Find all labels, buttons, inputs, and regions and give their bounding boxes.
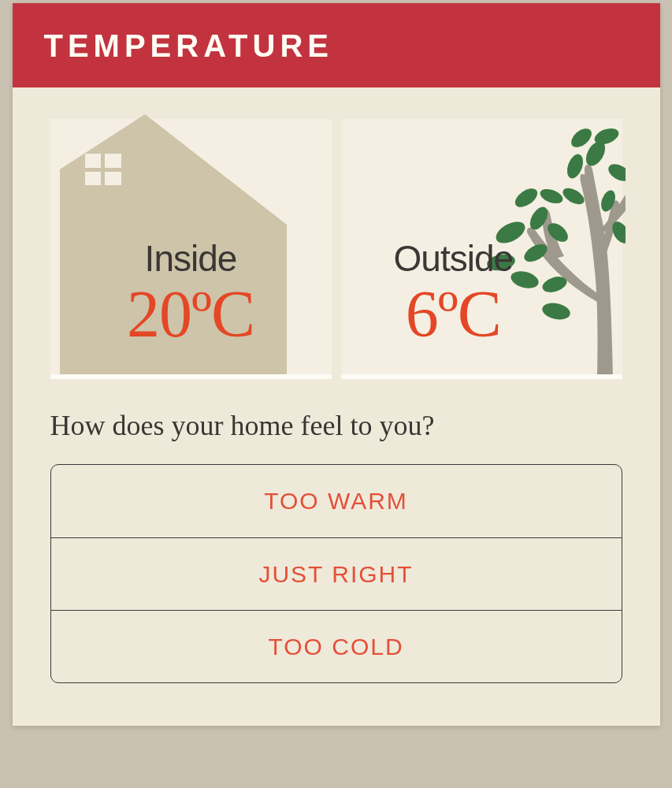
options-group: TOO WARM JUST RIGHT TOO COLD [50, 464, 622, 683]
inside-panel: Inside 20ºC [50, 119, 332, 379]
option-too-cold[interactable]: TOO COLD [51, 610, 622, 682]
outside-panel: Outside 6ºC [341, 119, 622, 379]
question-section: How does your home feel to you? TOO WARM… [13, 401, 660, 726]
svg-rect-3 [85, 168, 121, 172]
inside-labels: Inside 20ºC [127, 237, 254, 349]
temperature-card: TEMPERATURE Inside 20ºC [13, 3, 660, 726]
option-too-warm[interactable]: TOO WARM [51, 465, 622, 537]
outside-temp-value: 6ºC [394, 280, 514, 349]
svg-point-9 [540, 300, 571, 322]
temperatures-row: Inside 20ºC [13, 87, 660, 401]
header-bar: TEMPERATURE [13, 3, 660, 87]
question-text: How does your home feel to you? [50, 409, 622, 442]
inside-label: Inside [127, 237, 254, 280]
svg-point-13 [538, 186, 565, 206]
outside-labels: Outside 6ºC [394, 237, 514, 349]
svg-point-7 [509, 269, 540, 292]
outside-label: Outside [394, 237, 514, 280]
option-just-right[interactable]: JUST RIGHT [51, 537, 622, 610]
inside-temp-value: 20ºC [127, 280, 254, 349]
card-title: TEMPERATURE [44, 28, 629, 64]
svg-point-12 [511, 184, 540, 210]
svg-point-19 [605, 161, 625, 185]
